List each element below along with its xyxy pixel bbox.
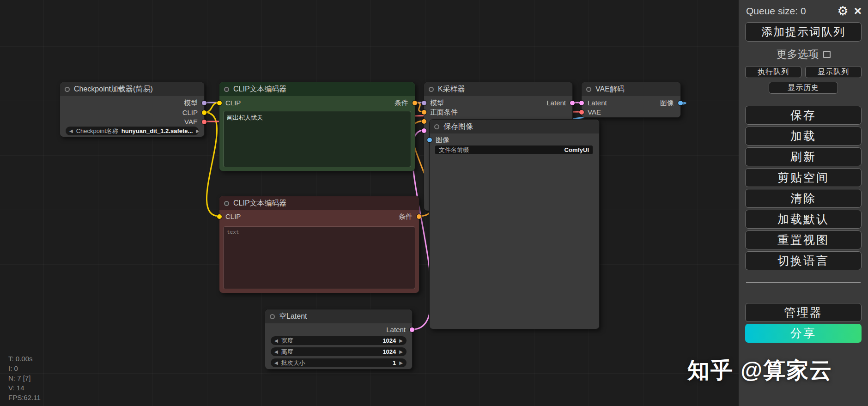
output-slot-conditioning: 条件 bbox=[395, 98, 408, 108]
hud-nodes: N: 7 [7] bbox=[8, 373, 41, 383]
node-titlebar[interactable]: VAE解码 bbox=[582, 82, 680, 96]
node-status-dot[interactable] bbox=[65, 87, 70, 92]
menu-header: Queue size: 0 ⚙ × bbox=[739, 0, 868, 18]
prev-value-icon[interactable]: ◀ bbox=[69, 128, 73, 133]
conditioning-output-pin[interactable] bbox=[417, 214, 421, 219]
node-status-dot[interactable] bbox=[224, 201, 229, 206]
node-titlebar[interactable]: K采样器 bbox=[424, 82, 572, 96]
performance-hud: T: 0.00s I: 0 N: 7 [7] V: 14 FPS:62.11 bbox=[8, 354, 41, 402]
clip-input-pin[interactable] bbox=[217, 214, 222, 219]
node-vae-decode[interactable]: VAE解码 Latent VAE 图像 bbox=[581, 82, 681, 118]
hud-fps: FPS:62.11 bbox=[8, 393, 41, 402]
extra-options-row: 更多选项 bbox=[739, 47, 868, 61]
refresh-button[interactable]: 刷新 bbox=[745, 147, 862, 166]
latent-input-pin[interactable] bbox=[579, 101, 584, 105]
prev-value-icon[interactable]: ◀ bbox=[274, 349, 278, 354]
manager-button[interactable]: 管理器 bbox=[745, 303, 862, 322]
latent-output-pin[interactable] bbox=[570, 101, 575, 105]
input-slot-image: 图像 bbox=[436, 135, 449, 145]
switch-language-button[interactable]: 切换语言 bbox=[745, 251, 862, 270]
queue-actions-row: 执行队列 显示队列 bbox=[745, 66, 862, 78]
negative-input-pin[interactable] bbox=[422, 119, 426, 124]
node-status-dot[interactable] bbox=[270, 314, 275, 319]
node-status-dot[interactable] bbox=[224, 87, 229, 92]
image-output-pin[interactable] bbox=[678, 101, 683, 105]
prev-value-icon[interactable]: ◀ bbox=[274, 338, 278, 343]
reset-view-button[interactable]: 重置视图 bbox=[745, 230, 862, 249]
node-empty-latent[interactable]: 空Latent Latent ◀ 宽度 1024 ▶ ◀ 高度 1024 ▶ ◀… bbox=[265, 309, 413, 370]
view-queue-button[interactable]: 显示队列 bbox=[805, 66, 862, 78]
widget-value: 1024 bbox=[382, 337, 396, 344]
conditioning-output-pin[interactable] bbox=[413, 101, 417, 105]
node-status-dot[interactable] bbox=[434, 124, 439, 129]
comfyui-menu-panel: Queue size: 0 ⚙ × 添加提示词队列 更多选项 执行队列 显示队列… bbox=[739, 0, 868, 406]
output-slot-latent: Latent bbox=[386, 325, 406, 334]
prompt-textarea[interactable]: 画出杞人忧天 bbox=[223, 111, 411, 167]
widget-label: 高度 bbox=[281, 348, 293, 356]
widget-value: hunyuan_dit_1.2.safete... bbox=[121, 127, 193, 134]
output-slot-model: 模型 bbox=[184, 98, 198, 108]
wire-clip-positive bbox=[205, 103, 219, 112]
next-value-icon[interactable]: ▶ bbox=[399, 338, 403, 343]
hud-version: V: 14 bbox=[8, 383, 41, 393]
node-titlebar[interactable]: 保存图像 bbox=[430, 120, 599, 133]
node-titlebar[interactable]: CLIP文本编码器 bbox=[219, 82, 415, 96]
menu-button-list: 保存 加载 刷新 剪贴空间 清除 加载默认 重置视图 切换语言 bbox=[739, 106, 868, 270]
next-value-icon[interactable]: ▶ bbox=[399, 360, 403, 365]
next-value-icon[interactable]: ▶ bbox=[196, 128, 199, 133]
clear-button[interactable]: 清除 bbox=[745, 189, 862, 208]
share-button[interactable]: 分享 bbox=[745, 324, 862, 343]
output-slot-conditioning: 条件 bbox=[399, 212, 413, 221]
input-slot-clip: CLIP bbox=[225, 98, 241, 108]
prev-value-icon[interactable]: ◀ bbox=[274, 360, 278, 365]
settings-gear-icon[interactable]: ⚙ bbox=[837, 5, 848, 18]
load-default-button[interactable]: 加载默认 bbox=[745, 210, 862, 229]
clip-input-pin[interactable] bbox=[217, 101, 222, 105]
positive-input-pin[interactable] bbox=[422, 110, 426, 115]
input-slot-latent: Latent bbox=[588, 98, 607, 108]
clipspace-button[interactable]: 剪贴空间 bbox=[745, 168, 862, 187]
checkpoint-name-widget[interactable]: ◀ Checkpoint名称 hunyuan_dit_1.2.safete...… bbox=[66, 127, 199, 135]
filename-prefix-widget[interactable]: 文件名前缀 ComfyUI bbox=[435, 145, 593, 154]
height-widget[interactable]: ◀ 高度 1024 ▶ bbox=[271, 347, 407, 356]
save-button[interactable]: 保存 bbox=[745, 106, 862, 125]
latent-output-pin[interactable] bbox=[410, 327, 414, 332]
prompt-textarea[interactable]: text bbox=[223, 226, 415, 289]
node-clip-text-encode-negative[interactable]: CLIP文本编码器 CLIP 条件 text bbox=[219, 196, 419, 293]
vae-output-pin[interactable] bbox=[202, 120, 206, 124]
queue-front-button[interactable]: 执行队列 bbox=[745, 66, 801, 78]
node-status-dot[interactable] bbox=[586, 87, 591, 92]
node-title-text: VAE解码 bbox=[595, 85, 625, 94]
vae-input-pin[interactable] bbox=[579, 110, 584, 115]
next-value-icon[interactable]: ▶ bbox=[399, 349, 403, 354]
batch-size-widget[interactable]: ◀ 批次大小 1 ▶ bbox=[271, 358, 407, 367]
node-clip-text-encode-positive[interactable]: CLIP文本编码器 CLIP 条件 画出杞人忧天 bbox=[219, 82, 415, 171]
extra-options-checkbox[interactable] bbox=[823, 51, 831, 58]
node-titlebar[interactable]: Checkpoint加载器(简易) bbox=[60, 82, 204, 96]
model-output-pin[interactable] bbox=[202, 101, 206, 105]
load-button[interactable]: 加载 bbox=[745, 127, 862, 145]
node-titlebar[interactable]: CLIP文本编码器 bbox=[219, 196, 419, 210]
queue-prompt-button[interactable]: 添加提示词队列 bbox=[745, 22, 862, 42]
input-slot-model: 模型 bbox=[430, 98, 444, 108]
node-titlebar[interactable]: 空Latent bbox=[265, 309, 412, 323]
node-save-image[interactable]: 保存图像 图像 文件名前缀 ComfyUI bbox=[429, 119, 600, 329]
width-widget[interactable]: ◀ 宽度 1024 ▶ bbox=[271, 336, 407, 345]
widget-value: ComfyUI bbox=[565, 146, 589, 153]
image-input-pin[interactable] bbox=[427, 138, 432, 142]
clip-output-pin[interactable] bbox=[202, 110, 206, 115]
node-title-text: CLIP文本编码器 bbox=[233, 85, 287, 94]
model-input-pin[interactable] bbox=[422, 101, 426, 105]
hud-time: T: 0.00s bbox=[8, 354, 41, 364]
comfyui-graph-canvas[interactable]: K采样器 模型 正面条件 Latent Checkpoint加载器(简易) 模型… bbox=[0, 0, 868, 406]
node-status-dot[interactable] bbox=[429, 87, 434, 92]
input-slot-positive: 正面条件 bbox=[430, 108, 458, 117]
view-history-button[interactable]: 显示历史 bbox=[769, 82, 838, 94]
widget-label: 宽度 bbox=[281, 337, 293, 345]
output-slot-latent: Latent bbox=[546, 98, 566, 108]
node-checkpoint-loader[interactable]: Checkpoint加载器(简易) 模型 CLIP VAE ◀ Checkpoi… bbox=[60, 82, 205, 137]
queue-size-label: Queue size: 0 bbox=[746, 6, 832, 17]
wire-clip-negative bbox=[205, 112, 219, 216]
close-icon[interactable]: × bbox=[854, 5, 862, 18]
latent-input-pin[interactable] bbox=[422, 128, 426, 133]
